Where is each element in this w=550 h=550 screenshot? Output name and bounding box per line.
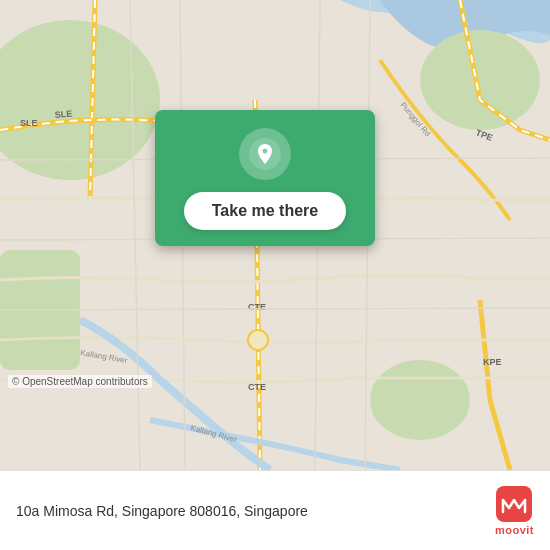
svg-text:SLE: SLE xyxy=(20,118,38,128)
svg-text:KPE: KPE xyxy=(483,357,502,367)
address-label: 10a Mimosa Rd, Singapore 808016, Singapo… xyxy=(16,503,483,519)
svg-text:CTE: CTE xyxy=(248,382,266,392)
svg-rect-24 xyxy=(496,486,532,522)
take-me-there-button[interactable]: Take me there xyxy=(184,192,346,230)
map-copyright: © OpenStreetMap contributors xyxy=(8,375,152,388)
svg-point-22 xyxy=(248,330,268,350)
moovit-label: moovit xyxy=(495,524,534,536)
map-area: SLE SLE CTE CTE TPE KPE Punggol Rd Kalla… xyxy=(0,0,550,470)
svg-point-2 xyxy=(420,30,540,130)
location-card: Take me there xyxy=(155,110,375,246)
moovit-logo: moovit xyxy=(495,486,534,536)
svg-point-3 xyxy=(370,360,470,440)
location-pin-icon xyxy=(249,138,281,170)
svg-text:SLE: SLE xyxy=(54,109,72,120)
location-icon-container xyxy=(239,128,291,180)
moovit-icon xyxy=(496,486,532,522)
svg-text:CTE: CTE xyxy=(248,302,266,312)
bottom-bar: 10a Mimosa Rd, Singapore 808016, Singapo… xyxy=(0,470,550,550)
